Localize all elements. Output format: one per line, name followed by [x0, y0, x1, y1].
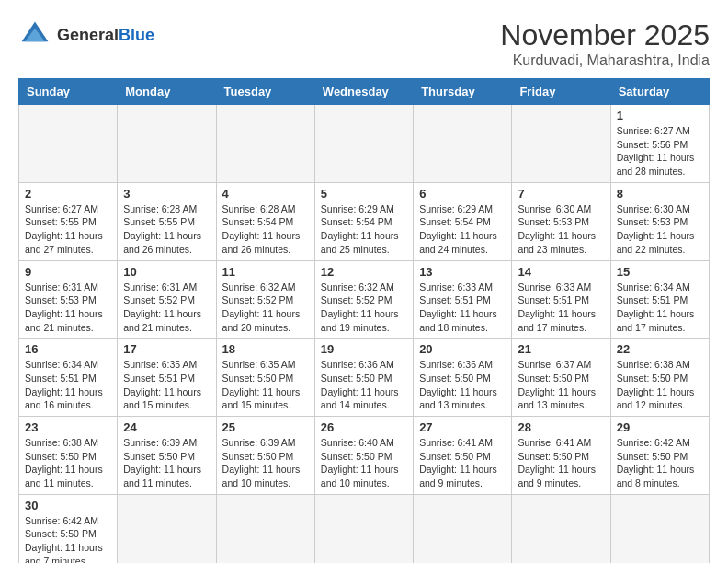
title-block: November 2025 Kurduvadi, Maharashtra, In… [500, 18, 710, 69]
calendar-cell: 19Sunrise: 6:36 AMSunset: 5:50 PMDayligh… [314, 339, 413, 417]
week-row-2: 2Sunrise: 6:27 AMSunset: 5:55 PMDaylight… [19, 182, 710, 260]
weekday-header-thursday: Thursday [414, 79, 512, 105]
calendar-cell [610, 494, 709, 563]
day-info: Sunrise: 6:41 AMSunset: 5:50 PMDaylight:… [518, 436, 604, 490]
day-info: Sunrise: 6:27 AMSunset: 5:56 PMDaylight:… [617, 124, 703, 178]
day-number: 30 [25, 499, 111, 512]
week-row-6: 30Sunrise: 6:42 AMSunset: 5:50 PMDayligh… [19, 494, 710, 563]
day-info: Sunrise: 6:41 AMSunset: 5:50 PMDaylight:… [419, 436, 506, 490]
calendar-cell: 28Sunrise: 6:41 AMSunset: 5:50 PMDayligh… [512, 417, 610, 495]
day-number: 15 [617, 265, 703, 279]
day-number: 7 [518, 187, 604, 201]
day-number: 8 [617, 187, 703, 201]
day-info: Sunrise: 6:28 AMSunset: 5:55 PMDaylight:… [123, 202, 210, 257]
day-info: Sunrise: 6:32 AMSunset: 5:52 PMDaylight:… [222, 281, 309, 335]
weekday-header-monday: Monday [118, 79, 216, 105]
day-info: Sunrise: 6:30 AMSunset: 5:53 PMDaylight:… [617, 202, 703, 257]
day-number: 14 [518, 265, 604, 279]
day-number: 20 [419, 342, 506, 356]
day-number: 23 [25, 420, 111, 434]
calendar-header: SundayMondayTuesdayWednesdayThursdayFrid… [19, 79, 710, 105]
day-number: 25 [222, 420, 309, 434]
calendar-cell: 24Sunrise: 6:39 AMSunset: 5:50 PMDayligh… [118, 417, 216, 495]
calendar-cell: 6Sunrise: 6:29 AMSunset: 5:54 PMDaylight… [414, 182, 512, 260]
week-row-3: 9Sunrise: 6:31 AMSunset: 5:53 PMDaylight… [19, 260, 710, 339]
day-info: Sunrise: 6:36 AMSunset: 5:50 PMDaylight:… [419, 358, 506, 412]
day-number: 12 [321, 265, 407, 279]
day-number: 27 [419, 420, 506, 434]
calendar-cell: 14Sunrise: 6:33 AMSunset: 5:51 PMDayligh… [512, 260, 610, 339]
calendar-cell: 30Sunrise: 6:42 AMSunset: 5:50 PMDayligh… [19, 494, 118, 563]
day-info: Sunrise: 6:30 AMSunset: 5:53 PMDaylight:… [518, 202, 604, 257]
day-info: Sunrise: 6:40 AMSunset: 5:50 PMDaylight:… [321, 436, 407, 490]
calendar-cell: 1Sunrise: 6:27 AMSunset: 5:56 PMDaylight… [610, 105, 709, 183]
day-info: Sunrise: 6:39 AMSunset: 5:50 PMDaylight:… [222, 436, 309, 490]
calendar-cell: 3Sunrise: 6:28 AMSunset: 5:55 PMDaylight… [118, 182, 216, 260]
day-number: 11 [222, 265, 309, 279]
calendar-cell: 4Sunrise: 6:28 AMSunset: 5:54 PMDaylight… [216, 182, 314, 260]
day-info: Sunrise: 6:34 AMSunset: 5:51 PMDaylight:… [25, 358, 111, 412]
day-number: 10 [123, 265, 210, 279]
week-row-5: 23Sunrise: 6:38 AMSunset: 5:50 PMDayligh… [19, 417, 710, 495]
day-info: Sunrise: 6:33 AMSunset: 5:51 PMDaylight:… [419, 281, 506, 335]
day-info: Sunrise: 6:29 AMSunset: 5:54 PMDaylight:… [321, 202, 407, 257]
day-info: Sunrise: 6:27 AMSunset: 5:55 PMDaylight:… [25, 202, 111, 257]
weekday-header-sunday: Sunday [19, 79, 118, 105]
calendar-body: 1Sunrise: 6:27 AMSunset: 5:56 PMDaylight… [19, 105, 710, 564]
day-info: Sunrise: 6:42 AMSunset: 5:50 PMDaylight:… [25, 514, 111, 563]
weekday-row: SundayMondayTuesdayWednesdayThursdayFrid… [19, 79, 710, 105]
calendar-cell: 10Sunrise: 6:31 AMSunset: 5:52 PMDayligh… [118, 260, 216, 339]
day-info: Sunrise: 6:42 AMSunset: 5:50 PMDaylight:… [617, 436, 703, 490]
calendar-cell [314, 494, 413, 563]
page-header: GeneralBlue November 2025 Kurduvadi, Mah… [18, 18, 710, 69]
calendar-cell [414, 494, 512, 563]
calendar-cell [19, 105, 118, 183]
day-number: 17 [123, 342, 210, 356]
calendar-cell: 26Sunrise: 6:40 AMSunset: 5:50 PMDayligh… [314, 417, 413, 495]
calendar-cell: 15Sunrise: 6:34 AMSunset: 5:51 PMDayligh… [610, 260, 709, 339]
day-number: 3 [123, 187, 210, 201]
calendar-cell: 17Sunrise: 6:35 AMSunset: 5:51 PMDayligh… [118, 339, 216, 417]
day-number: 19 [321, 342, 407, 356]
calendar-cell: 16Sunrise: 6:34 AMSunset: 5:51 PMDayligh… [19, 339, 118, 417]
day-number: 21 [518, 342, 604, 356]
day-number: 6 [419, 187, 506, 201]
day-number: 1 [617, 109, 703, 122]
day-info: Sunrise: 6:35 AMSunset: 5:50 PMDaylight:… [222, 358, 309, 412]
calendar-cell: 23Sunrise: 6:38 AMSunset: 5:50 PMDayligh… [19, 417, 118, 495]
calendar-cell: 27Sunrise: 6:41 AMSunset: 5:50 PMDayligh… [414, 417, 512, 495]
day-number: 26 [321, 420, 407, 434]
calendar-cell: 22Sunrise: 6:38 AMSunset: 5:50 PMDayligh… [610, 339, 709, 417]
day-number: 2 [25, 187, 111, 201]
week-row-1: 1Sunrise: 6:27 AMSunset: 5:56 PMDaylight… [19, 105, 710, 183]
day-number: 18 [222, 342, 309, 356]
calendar-cell [314, 105, 413, 183]
day-info: Sunrise: 6:31 AMSunset: 5:53 PMDaylight:… [25, 281, 111, 335]
weekday-header-friday: Friday [512, 79, 610, 105]
weekday-header-tuesday: Tuesday [216, 79, 314, 105]
day-info: Sunrise: 6:28 AMSunset: 5:54 PMDaylight:… [222, 202, 309, 257]
day-number: 22 [617, 342, 703, 356]
day-info: Sunrise: 6:37 AMSunset: 5:50 PMDaylight:… [518, 358, 604, 412]
calendar-cell: 12Sunrise: 6:32 AMSunset: 5:52 PMDayligh… [314, 260, 413, 339]
day-info: Sunrise: 6:39 AMSunset: 5:50 PMDaylight:… [123, 436, 210, 490]
logo-text: GeneralBlue [57, 27, 154, 43]
calendar-cell [512, 105, 610, 183]
logo: GeneralBlue [18, 18, 154, 52]
weekday-header-wednesday: Wednesday [314, 79, 413, 105]
day-number: 29 [617, 420, 703, 434]
day-info: Sunrise: 6:36 AMSunset: 5:50 PMDaylight:… [321, 358, 407, 412]
calendar-cell: 11Sunrise: 6:32 AMSunset: 5:52 PMDayligh… [216, 260, 314, 339]
day-info: Sunrise: 6:32 AMSunset: 5:52 PMDaylight:… [321, 281, 407, 335]
calendar-cell: 2Sunrise: 6:27 AMSunset: 5:55 PMDaylight… [19, 182, 118, 260]
calendar-cell: 9Sunrise: 6:31 AMSunset: 5:53 PMDaylight… [19, 260, 118, 339]
calendar-cell: 8Sunrise: 6:30 AMSunset: 5:53 PMDaylight… [610, 182, 709, 260]
calendar-cell: 25Sunrise: 6:39 AMSunset: 5:50 PMDayligh… [216, 417, 314, 495]
calendar-cell [118, 494, 216, 563]
calendar-cell: 5Sunrise: 6:29 AMSunset: 5:54 PMDaylight… [314, 182, 413, 260]
day-info: Sunrise: 6:31 AMSunset: 5:52 PMDaylight:… [123, 281, 210, 335]
weekday-header-saturday: Saturday [610, 79, 709, 105]
day-number: 16 [25, 342, 111, 356]
calendar-cell [512, 494, 610, 563]
calendar-cell: 29Sunrise: 6:42 AMSunset: 5:50 PMDayligh… [610, 417, 709, 495]
